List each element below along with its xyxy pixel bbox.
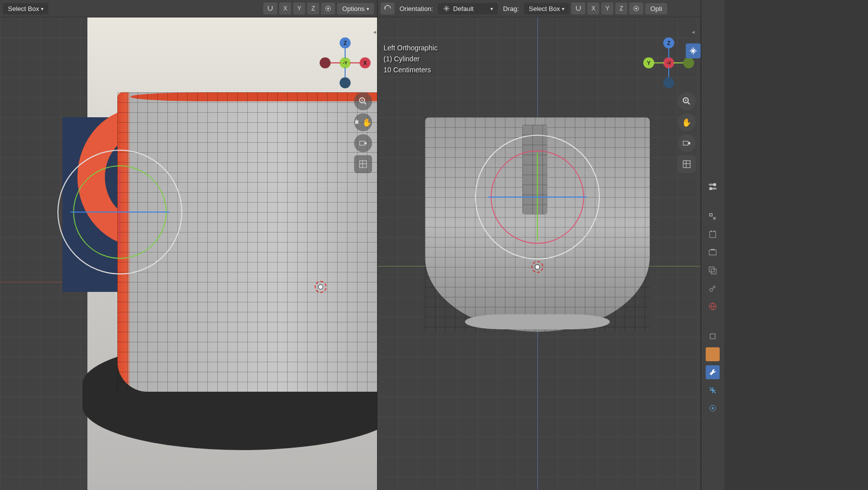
mesh-base bbox=[465, 314, 610, 329]
view-layer-icon[interactable] bbox=[706, 263, 720, 277]
svg-rect-27 bbox=[709, 250, 716, 255]
world-properties-icon[interactable] bbox=[706, 299, 720, 313]
split-handle[interactable]: ◀▶ bbox=[373, 30, 377, 35]
3d-cursor bbox=[315, 281, 327, 293]
svg-rect-29 bbox=[711, 269, 716, 274]
nav-axis-neg-z[interactable] bbox=[663, 77, 674, 88]
drag-select-label: Select Box bbox=[529, 5, 560, 12]
orientation-icon[interactable] bbox=[381, 2, 395, 14]
nav-axis-neg-y[interactable]: -Y bbox=[340, 57, 351, 68]
viewport-overlay-info: Left Orthographic (1) Cylinder 10 Centim… bbox=[384, 42, 437, 75]
properties-panel bbox=[701, 0, 724, 490]
physics-properties-icon[interactable] bbox=[706, 401, 720, 415]
camera-icon[interactable] bbox=[354, 134, 372, 152]
nav-axis-y[interactable]: Y bbox=[643, 57, 654, 68]
output-properties-icon[interactable] bbox=[706, 245, 720, 259]
left-viewport[interactable]: Select Box ▾ X Y Z Options ▾ bbox=[0, 0, 377, 490]
axis-z-button[interactable]: Z bbox=[615, 2, 627, 14]
scale-info-text: 10 Centimeters bbox=[384, 64, 437, 75]
options-label: Opti bbox=[650, 5, 662, 12]
chevron-down-icon: ▾ bbox=[490, 6, 493, 11]
nav-axis-z[interactable]: Z bbox=[663, 37, 674, 48]
svg-point-11 bbox=[635, 7, 637, 9]
object-data-icon[interactable] bbox=[706, 347, 720, 361]
sidebar-toggle[interactable]: ◀ bbox=[692, 30, 700, 35]
chevron-down-icon: ▾ bbox=[41, 6, 43, 11]
svg-point-36 bbox=[712, 407, 714, 409]
snap-toggle-icon[interactable] bbox=[263, 2, 277, 14]
svg-rect-28 bbox=[709, 267, 714, 272]
gizmo-axis-z[interactable] bbox=[70, 212, 169, 213]
snap-toggle-icon[interactable] bbox=[571, 2, 585, 14]
scene-properties-icon[interactable] bbox=[706, 281, 720, 295]
tool-properties-icon[interactable] bbox=[706, 210, 720, 224]
drag-label: Drag: bbox=[500, 5, 522, 12]
svg-point-1 bbox=[327, 7, 329, 9]
svg-rect-25 bbox=[711, 231, 712, 232]
pan-icon[interactable]: ✋ bbox=[354, 113, 372, 131]
perspective-toggle-icon[interactable] bbox=[678, 155, 696, 173]
chevron-down-icon: ▾ bbox=[562, 6, 564, 11]
axis-x-button[interactable]: X bbox=[587, 2, 599, 14]
nav-button-column: ✋ bbox=[678, 92, 696, 173]
right-viewport[interactable]: Orientation: Default ▾ Drag: Select Box … bbox=[377, 0, 701, 490]
nav-axis-neg-z[interactable] bbox=[340, 77, 351, 88]
transform-tool-icon[interactable] bbox=[686, 43, 701, 58]
zoom-icon[interactable] bbox=[354, 92, 372, 110]
options-dropdown[interactable]: Opti bbox=[645, 3, 667, 14]
perspective-toggle-icon[interactable] bbox=[354, 155, 372, 173]
nav-axis-neg-y[interactable] bbox=[683, 57, 694, 68]
svg-rect-24 bbox=[710, 232, 716, 238]
axis-y-button[interactable]: Y bbox=[293, 2, 305, 14]
modifier-properties-icon[interactable] bbox=[706, 365, 720, 379]
svg-line-13 bbox=[688, 102, 690, 104]
rotation-gizmo[interactable] bbox=[482, 142, 592, 252]
left-viewport-main[interactable]: Z X -Y ✋ ◀▶ bbox=[0, 17, 377, 490]
nav-button-column: ✋ bbox=[354, 92, 372, 173]
orientation-label: Orientation: bbox=[397, 5, 436, 12]
svg-rect-16 bbox=[683, 141, 688, 145]
object-info-text: (1) Cylinder bbox=[384, 53, 437, 64]
render-properties-icon[interactable] bbox=[706, 228, 720, 242]
select-tool-dropdown[interactable]: Select Box ▾ bbox=[3, 3, 48, 14]
chevron-down-icon: ▾ bbox=[367, 6, 369, 11]
orientation-dropdown[interactable]: Default ▾ bbox=[438, 3, 498, 14]
nav-axis-z[interactable]: Z bbox=[340, 37, 351, 48]
particle-properties-icon[interactable] bbox=[706, 383, 720, 397]
orientation-value: Default bbox=[453, 5, 473, 12]
drag-select-tool-dropdown[interactable]: Select Box ▾ bbox=[524, 3, 569, 14]
nav-axis-neg-x[interactable] bbox=[320, 57, 331, 68]
axis-y-button[interactable]: Y bbox=[601, 2, 613, 14]
right-header: Orientation: Default ▾ Drag: Select Box … bbox=[378, 0, 701, 17]
svg-rect-26 bbox=[714, 231, 715, 232]
svg-point-23 bbox=[709, 187, 712, 190]
gizmo-axis-z[interactable] bbox=[488, 197, 587, 198]
axis-z-button[interactable]: Z bbox=[307, 2, 319, 14]
options-panel-icon[interactable] bbox=[706, 180, 720, 194]
svg-rect-33 bbox=[710, 334, 715, 339]
svg-rect-7 bbox=[360, 161, 367, 168]
camera-icon[interactable] bbox=[678, 134, 696, 152]
left-header: Select Box ▾ X Y Z Options ▾ bbox=[0, 0, 377, 17]
pan-icon[interactable]: ✋ bbox=[678, 113, 696, 131]
nav-axis-x[interactable]: X bbox=[360, 57, 371, 68]
svg-rect-17 bbox=[683, 161, 690, 168]
axis-x-button[interactable]: X bbox=[279, 2, 291, 14]
orientation-default-icon bbox=[443, 5, 450, 12]
select-tool-label: Select Box bbox=[8, 5, 39, 12]
svg-rect-34 bbox=[710, 352, 715, 357]
proportional-edit-icon[interactable] bbox=[321, 2, 335, 14]
navigation-gizmo[interactable]: Z X -Y bbox=[320, 37, 370, 87]
view-name-text: Left Orthographic bbox=[384, 42, 437, 53]
right-viewport-main[interactable]: Left Orthographic (1) Cylinder 10 Centim… bbox=[378, 17, 701, 490]
proportional-edit-icon[interactable] bbox=[629, 2, 643, 14]
rotation-gizmo[interactable] bbox=[65, 157, 175, 267]
options-dropdown[interactable]: Options ▾ bbox=[337, 3, 374, 14]
svg-rect-6 bbox=[360, 141, 365, 145]
options-label: Options bbox=[342, 5, 365, 12]
svg-point-21 bbox=[713, 183, 716, 186]
object-properties-icon[interactable] bbox=[706, 329, 720, 343]
nav-axis-neg-x[interactable]: -X bbox=[663, 57, 674, 68]
zoom-icon[interactable] bbox=[678, 92, 696, 110]
svg-line-3 bbox=[364, 102, 366, 104]
